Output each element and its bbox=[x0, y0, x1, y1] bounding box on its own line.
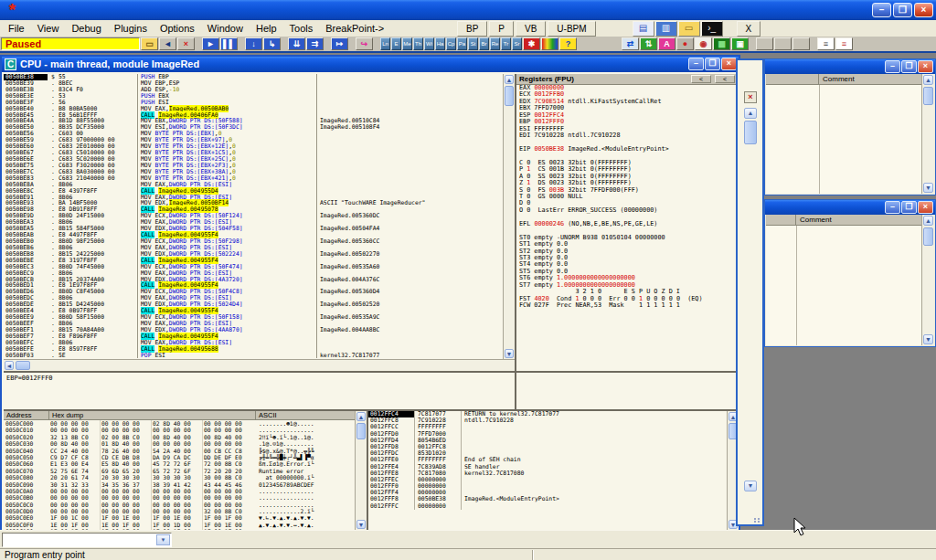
step-over-icon[interactable]: ↳ bbox=[263, 37, 281, 50]
folder-icon[interactable]: ▭ bbox=[678, 21, 700, 37]
go-back-icon[interactable]: ◄ bbox=[159, 37, 176, 50]
close-button[interactable]: × bbox=[918, 60, 933, 73]
registers-pane[interactable]: Registers (FPU) < < EAX 00000000ECX 0012… bbox=[516, 74, 739, 410]
updown-icon[interactable]: ⇅ bbox=[640, 37, 657, 50]
scroll-thumb[interactable] bbox=[923, 87, 933, 105]
toolbar-letter-pa[interactable]: Pa bbox=[457, 37, 467, 50]
side-window-1-scrollbar[interactable]: ▲ ▼ bbox=[921, 74, 934, 194]
toolbar-blank-button[interactable] bbox=[792, 37, 810, 50]
toolbar-letter-wi[interactable]: Wi bbox=[424, 37, 434, 50]
disasm-row[interactable]: 0050BEB0.8B0D 98F25000MOV ECX,DWORD PTR … bbox=[4, 238, 503, 245]
menu-help[interactable]: Help bbox=[250, 21, 283, 36]
close-button[interactable]: × bbox=[914, 3, 933, 17]
maximize-button[interactable]: ❐ bbox=[893, 3, 912, 17]
scroll-up-icon[interactable]: ▲ bbox=[923, 75, 933, 85]
menu-plugins[interactable]: Plugins bbox=[108, 21, 154, 36]
scroll-up-icon[interactable]: ▲ bbox=[923, 216, 933, 226]
disasm-address[interactable]: 0050BF03 bbox=[4, 353, 48, 359]
minimize-button[interactable]: – bbox=[885, 60, 900, 73]
menu-button-p[interactable]: P bbox=[489, 21, 514, 37]
register-line[interactable]: EIP 0050BE38 ImageRed.<ModuleEntryPoint> bbox=[516, 146, 739, 153]
side-window-1-title-bar[interactable]: – ❐ × bbox=[765, 59, 935, 74]
toolbar-letter-ln[interactable]: Ln bbox=[380, 37, 390, 50]
maximize-button[interactable]: ❐ bbox=[901, 60, 917, 73]
menu-button-u-bpm[interactable]: U-BPM bbox=[548, 21, 595, 37]
menu-button-vb[interactable]: VB bbox=[516, 21, 546, 37]
menu-tools[interactable]: Tools bbox=[283, 21, 320, 36]
disasm-hscrollbar[interactable]: ◄ bbox=[4, 359, 515, 371]
dump-row[interactable]: 0050C02032 13 8B C002 00 8B C000 8D 40 0… bbox=[4, 434, 355, 440]
disasm-row[interactable]: 0050BEFE.E8 8597F8FFCALL ImageRed.004956… bbox=[4, 346, 503, 353]
disassembly-pane[interactable]: 0050BE38$55PUSH EBP0050BE39.8BECMOV EBP,… bbox=[4, 74, 503, 359]
disasm-vscrollbar[interactable]: ▲ ▼ bbox=[503, 74, 515, 359]
step-into-icon[interactable]: ↓ bbox=[245, 37, 262, 50]
side-window-2-scrollbar[interactable]: ▲ ▼ bbox=[921, 215, 934, 345]
toolbar-letter-sr[interactable]: Sr bbox=[512, 37, 522, 50]
register-line[interactable]: EFL 00000246 (NO,NB,E,BE,NS,PE,GE,LE) bbox=[516, 221, 739, 227]
command-combobox[interactable]: ▼ bbox=[2, 533, 172, 547]
dump-row[interactable]: 0050C01000 00 00 0000 00 00 0000 00 00 0… bbox=[4, 427, 355, 433]
swap-arrows-icon[interactable]: ⇄ bbox=[622, 37, 639, 50]
disasm-row[interactable]: 0050BF03.5EPOP ESIkernel32.7C817077 bbox=[4, 353, 503, 359]
options-gear-icon[interactable]: ✱ bbox=[523, 37, 540, 50]
cpu-maximize-button[interactable]: ❐ bbox=[705, 58, 720, 70]
disasm-row[interactable]: 0050BE3E.53PUSH EBX bbox=[4, 93, 503, 100]
menu-close-button[interactable]: X bbox=[737, 21, 761, 37]
cpu-title-bar[interactable]: C CPU - main thread, module ImageRed – ❐… bbox=[2, 57, 739, 72]
animate-over-icon[interactable]: ⇉ bbox=[306, 37, 324, 50]
run-icon[interactable]: ► bbox=[202, 37, 219, 50]
go-to-icon[interactable]: ↪ bbox=[356, 37, 373, 50]
toolbar-letter-th[interactable]: Th bbox=[413, 37, 423, 50]
dump-row[interactable]: 0050C040CC 24 40 0078 26 40 0054 2A 40 0… bbox=[4, 448, 355, 454]
pause-icon[interactable]: ▌▌ bbox=[220, 37, 238, 50]
stack-row[interactable]: 0012FFFC00000000 bbox=[368, 503, 727, 510]
scroll-down-icon[interactable]: ▼ bbox=[356, 520, 366, 529]
scroll-up-icon[interactable]: ▲ bbox=[505, 75, 514, 84]
disasm-hthumb[interactable] bbox=[16, 361, 30, 370]
disasm-row[interactable]: 0050BEC3.8B0D 74F45000MOV ECX,DWORD PTR … bbox=[4, 264, 503, 270]
column-splitter[interactable] bbox=[819, 85, 820, 194]
dump-row[interactable]: 0050C0D000 00 00 0000 00 00 0000 00 00 0… bbox=[4, 508, 355, 514]
menu-debug[interactable]: Debug bbox=[65, 21, 107, 36]
toolbar-letter-e[interactable]: E bbox=[391, 37, 401, 50]
scroll-thumb[interactable] bbox=[923, 227, 933, 246]
menu-view[interactable]: View bbox=[31, 21, 66, 36]
disasm-row[interactable]: 0050BED6.8B0D C8F45000MOV ECX,DWORD PTR … bbox=[4, 289, 503, 295]
toolbar-blank-button[interactable] bbox=[756, 37, 773, 50]
maximize-button[interactable]: ❐ bbox=[901, 201, 917, 214]
toolbar-blank-button[interactable] bbox=[774, 37, 792, 50]
disasm-vthumb[interactable] bbox=[505, 86, 514, 106]
cpu-close-button[interactable]: × bbox=[721, 58, 737, 70]
register-line[interactable]: T 0 GS 0000 NULL bbox=[516, 194, 739, 200]
scroll-left-icon[interactable]: ◄ bbox=[5, 361, 14, 370]
execute-till-return-icon[interactable]: ↦ bbox=[331, 37, 348, 50]
minimize-button[interactable]: – bbox=[885, 201, 900, 214]
dump-row[interactable]: 0050C050C9 D7 CF C8CD CE DB D8DA D9 CA D… bbox=[4, 454, 355, 460]
app-window-icon[interactable]: ▣ bbox=[731, 37, 749, 50]
fragment-close-button[interactable]: × bbox=[744, 91, 757, 103]
stack-address[interactable]: 0012FFFC bbox=[368, 503, 414, 510]
dump-row[interactable]: 0050C07052 75 6E 7469 6D 65 2065 72 72 6… bbox=[4, 468, 355, 474]
scroll-down-icon[interactable]: ▼ bbox=[744, 481, 757, 491]
registers-prev2-button[interactable]: < bbox=[715, 75, 735, 83]
dump-row[interactable]: 0050C0F01E 00 1F 001E 00 1F 001F 00 1D 0… bbox=[4, 522, 355, 528]
close-button[interactable]: × bbox=[918, 201, 933, 214]
resize-grip[interactable] bbox=[754, 518, 760, 523]
main-title-bar[interactable]: * – ❐ × bbox=[0, 0, 936, 20]
menu-button-bp[interactable]: BP bbox=[457, 21, 487, 37]
toolbar-letter-st[interactable]: St bbox=[468, 37, 478, 50]
animate-into-icon[interactable]: ⇊ bbox=[288, 37, 305, 50]
panel-marks-icon[interactable]: ≡ bbox=[835, 37, 853, 50]
toolbar-letter-br[interactable]: Br bbox=[479, 37, 489, 50]
dump-row[interactable]: 0050C0A000 00 00 0000 00 00 0000 00 00 0… bbox=[4, 488, 355, 494]
open-file-icon[interactable]: ▭ bbox=[141, 37, 158, 50]
register-line[interactable]: EDI 7C910228 ntdll.7C910228 bbox=[516, 132, 739, 139]
scroll-down-icon[interactable]: ▼ bbox=[923, 334, 933, 344]
fragment-vthumb[interactable] bbox=[744, 121, 757, 144]
minimize-button[interactable]: – bbox=[872, 3, 891, 17]
panel-list-icon[interactable]: ≡ bbox=[817, 37, 835, 50]
appearance-icon[interactable] bbox=[541, 37, 558, 50]
column-splitter[interactable] bbox=[796, 226, 797, 345]
disasm-row[interactable]: 0050BE3B.83C4 F0ADD ESP,-10 bbox=[4, 87, 503, 93]
dump-row[interactable]: 0050C03000 8D 40 0001 8D 40 0000 00 00 0… bbox=[4, 440, 355, 447]
